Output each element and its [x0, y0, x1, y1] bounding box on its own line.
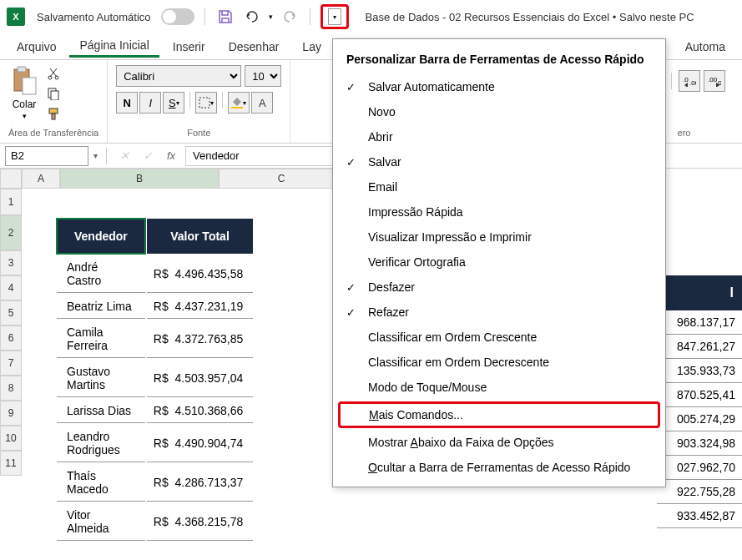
right-cell[interactable]: 968.137,17 [657, 310, 742, 335]
right-cell[interactable]: 027.962,70 [657, 456, 742, 480]
cell-vendedor[interactable]: Leandro Rodrigues [57, 425, 145, 462]
dropdown-item-label: Desfazer [368, 280, 415, 294]
font-size-select[interactable]: 10 [245, 65, 281, 87]
cell-valor[interactable]: R$ 4.510.368,66 [147, 399, 253, 423]
fill-color-button[interactable]: ▾ [228, 92, 250, 114]
dropdown-item[interactable]: Modo de Toque/Mouse [333, 375, 665, 400]
row-header[interactable]: 2 [0, 215, 22, 250]
undo-dropdown[interactable]: ▾ [269, 13, 273, 21]
cell-valor[interactable]: R$ 4.490.904,74 [147, 425, 253, 462]
dropdown-item[interactable]: Mostrar Abaixo da Faixa de Opções [333, 430, 665, 455]
right-cell[interactable]: 933.452,87 [657, 504, 742, 528]
right-cell[interactable]: 922.755,28 [657, 480, 742, 504]
dropdown-item[interactable]: ✓Desfazer [333, 275, 665, 300]
right-cell[interactable]: 847.261,27 [657, 335, 742, 359]
dropdown-item[interactable]: Classificar em Ordem Crescente [333, 325, 665, 350]
tab-arquivo[interactable]: Arquivo [7, 37, 66, 57]
col-header-a[interactable]: A [22, 169, 60, 189]
row-header[interactable]: 11 [0, 451, 22, 476]
underline-button[interactable]: S ▾ [163, 92, 184, 114]
cut-icon[interactable] [45, 65, 62, 82]
paste-dropdown[interactable]: ▾ [23, 112, 27, 120]
cell-vendedor[interactable]: Beatriz Lima [57, 295, 145, 319]
tab-pagina-inicial[interactable]: Página Inicial [69, 35, 159, 58]
right-header: l [657, 275, 742, 310]
dropdown-item[interactable]: ✓Salvar Automaticamente [333, 74, 665, 99]
table-header-vendedor[interactable]: Vendedor [57, 219, 145, 254]
row-header[interactable]: 10 [0, 426, 22, 451]
dropdown-item[interactable]: Novo [333, 99, 665, 124]
formula-input[interactable] [185, 146, 352, 166]
tab-automacao[interactable]: Automa [675, 37, 735, 57]
row-header[interactable]: 3 [0, 250, 22, 275]
right-cell[interactable]: 870.525,41 [657, 383, 742, 407]
separator [310, 8, 310, 25]
increase-decimal-button[interactable]: .0.00 [679, 70, 700, 92]
italic-button[interactable]: I [139, 92, 161, 114]
dropdown-item-label: Impressão Rápida [368, 205, 463, 219]
dropdown-item[interactable]: Email [333, 174, 665, 199]
right-cell[interactable]: 005.274,29 [657, 407, 742, 431]
font-name-select[interactable]: Calibri [116, 65, 241, 87]
dropdown-item[interactable]: Visualizar Impressão e Imprimir [333, 225, 665, 250]
row-header[interactable]: 9 [0, 401, 22, 426]
table-row: Gustavo MartinsR$ 4.503.957,04 [57, 360, 253, 397]
cell-valor[interactable]: R$ 4.503.957,04 [147, 360, 253, 397]
cell-valor[interactable]: R$ 4.368.215,78 [147, 503, 253, 541]
cell-valor[interactable]: R$ 4.372.763,85 [147, 320, 253, 358]
dropdown-item[interactable]: ✓Salvar [333, 149, 665, 174]
row-header[interactable]: 8 [0, 376, 22, 401]
undo-icon[interactable] [242, 7, 262, 27]
dropdown-item[interactable]: Verificar Ortografia [333, 250, 665, 275]
dropdown-item[interactable]: Ocultar a Barra de Ferramentas de Acesso… [333, 455, 665, 480]
tab-desenhar[interactable]: Desenhar [219, 37, 290, 57]
dropdown-item[interactable]: Impressão Rápida [333, 199, 665, 225]
cell-vendedor[interactable]: Camila Ferreira [57, 320, 145, 358]
dropdown-item[interactable]: Classificar em Ordem Decrescente [333, 350, 665, 375]
copy-icon[interactable] [45, 85, 62, 102]
cell-vendedor[interactable]: Larissa Dias [57, 399, 145, 423]
row-header[interactable]: 1 [0, 189, 22, 215]
col-header-c[interactable]: C [219, 169, 344, 189]
tab-inserir[interactable]: Inserir [163, 37, 215, 57]
bold-button[interactable]: N [116, 92, 138, 114]
dropdown-item-label: Classificar em Ordem Decrescente [368, 356, 549, 369]
table-row: Larissa DiasR$ 4.510.368,66 [57, 399, 253, 423]
qat-customize-dropdown[interactable]: ▾ [328, 8, 341, 25]
name-box[interactable] [5, 146, 88, 166]
col-header-b[interactable]: B [60, 169, 219, 189]
dropdown-item[interactable]: Abrir [333, 124, 665, 149]
save-icon[interactable] [215, 7, 235, 27]
accept-formula-icon[interactable]: ✓ [139, 147, 157, 165]
dropdown-item[interactable]: Mais Comandos... [338, 401, 660, 428]
row-header[interactable]: 5 [0, 300, 22, 325]
cell-valor[interactable]: R$ 4.286.713,37 [147, 464, 253, 502]
dropdown-item-label: Refazer [368, 305, 409, 319]
svg-rect-8 [51, 91, 58, 100]
cell-vendedor[interactable]: André Castro [57, 255, 145, 293]
fx-icon[interactable]: fx [162, 147, 180, 165]
tab-layout[interactable]: Lay [292, 37, 331, 57]
paste-button[interactable]: Colar ▾ [8, 65, 40, 120]
table-header-valor[interactable]: Valor Total [147, 219, 253, 254]
font-color-button[interactable]: A [251, 92, 273, 114]
format-painter-icon[interactable] [45, 105, 62, 122]
row-header[interactable]: 7 [0, 351, 22, 376]
right-cell[interactable]: 903.324,98 [657, 431, 742, 456]
cell-valor[interactable]: R$ 4.437.231,19 [147, 295, 253, 319]
row-header[interactable]: 6 [0, 325, 22, 351]
cell-valor[interactable]: R$ 4.496.435,58 [147, 255, 253, 293]
cell-vendedor[interactable]: Gustavo Martins [57, 360, 145, 397]
cell-vendedor[interactable]: Thaís Macedo [57, 464, 145, 502]
namebox-dropdown-icon[interactable]: ▾ [93, 151, 98, 160]
autosave-toggle[interactable] [161, 8, 194, 25]
redo-icon[interactable] [280, 7, 300, 27]
row-header[interactable]: 4 [0, 275, 22, 300]
cancel-formula-icon[interactable]: ✕ [115, 147, 134, 165]
right-cell[interactable]: 135.933,73 [657, 359, 742, 383]
decrease-decimal-button[interactable]: .00.0 [704, 70, 725, 92]
cell-vendedor[interactable]: Vitor Almeida [57, 503, 145, 541]
dropdown-item[interactable]: ✓Refazer [333, 300, 665, 325]
border-button[interactable]: ▾ [195, 92, 217, 114]
select-all-corner[interactable] [0, 169, 22, 189]
